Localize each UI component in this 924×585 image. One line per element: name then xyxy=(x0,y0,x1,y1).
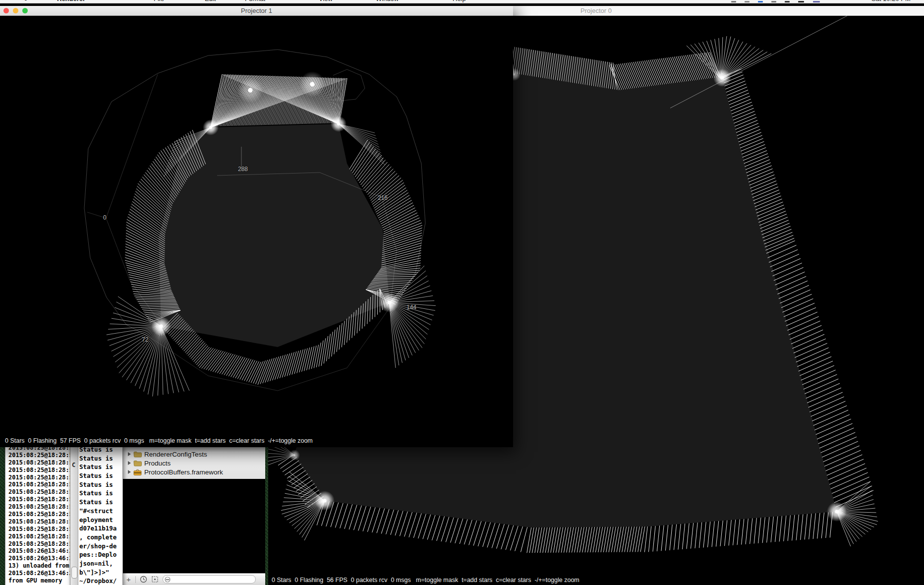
navigator-row[interactable]: Products xyxy=(122,459,265,468)
terminal-line: Status is xyxy=(79,463,122,472)
terminal-line: Status is xyxy=(79,481,122,490)
add-button[interactable]: + xyxy=(126,575,131,584)
terminal-line: 2015:08:25@18:28:5 xyxy=(8,481,76,488)
terminal-line: b\"]>]>" xyxy=(79,569,122,578)
terminal-line: 2015:08:25@18:28:5 xyxy=(8,496,76,503)
filter-field[interactable] xyxy=(163,575,256,584)
app-menu[interactable]: Renderer xyxy=(57,0,85,3)
navigator-item-label: ProtocolBuffers.framework xyxy=(144,468,223,476)
terminal-line: d07e11b19a xyxy=(79,525,122,533)
gutter-char: C xyxy=(72,462,75,468)
terminal-log-window[interactable]: 2015:08:25@18:28:52015:08:25@18:28:52015… xyxy=(5,443,76,585)
framework-toolbox-icon xyxy=(133,469,142,475)
terminal-line: , complete xyxy=(79,533,122,542)
folder-icon xyxy=(133,460,142,467)
terminal-line: Status is xyxy=(79,489,122,498)
terminal-line: from GPU memory xyxy=(8,577,76,585)
disclosure-triangle-icon[interactable] xyxy=(128,470,131,474)
vertex-angle-label: 72 xyxy=(142,336,148,343)
terminal-line: 2015:08:25@18:28:5 xyxy=(8,518,76,526)
terminal-line: 2015:08:25@18:28:5 xyxy=(8,511,76,518)
terminal-line: 2015:08:26@13:46:20( xyxy=(8,570,76,577)
terminal-status-window[interactable]: C Status isStatus isStatus isStatus isSt… xyxy=(70,444,123,585)
scrollbar-thumb[interactable] xyxy=(71,567,77,579)
status-icon[interactable] xyxy=(785,1,790,2)
menu-clock[interactable]: Sat 10:20 PM xyxy=(871,0,911,3)
terminal-line: 13) unloaded from GPU xyxy=(8,562,76,570)
disclosure-triangle-icon[interactable] xyxy=(128,461,131,465)
projector1-status: 0 Stars 0 Flashing 57 FPS 0 packets rcv … xyxy=(5,437,313,444)
menu-window[interactable]: Window xyxy=(376,0,399,3)
terminal-scroll-gutter[interactable]: C xyxy=(70,445,78,585)
menu-file[interactable]: File xyxy=(154,0,164,3)
terminal-line: json=nil, xyxy=(79,560,122,569)
terminal-line: 2015:08:25@18:28:5 xyxy=(8,467,76,474)
terminal-line: 2015:08:25@18:28:5 xyxy=(8,503,76,511)
terminal-line: 2015:08:26@13:46:20( xyxy=(8,547,76,555)
navigator-bottom-bar: + xyxy=(122,573,265,585)
vertex-angle-label: 216 xyxy=(378,194,388,201)
vertex-angle-label: 288 xyxy=(238,166,248,173)
status-icon[interactable] xyxy=(758,1,763,2)
filter-circle-icon xyxy=(165,577,171,583)
terminal-line: 2015:08:25@18:28:5 xyxy=(8,452,76,459)
terminal-line: Status is xyxy=(79,472,122,481)
projector1-window: 072144216288 Projector 1 0 Stars 0 Flash… xyxy=(0,6,513,447)
terminal-line: Status is xyxy=(79,498,122,507)
disclosure-triangle-icon[interactable] xyxy=(128,452,131,456)
apple-menu-icon[interactable]: ● xyxy=(24,0,28,3)
menu-bar[interactable]: ● Renderer File Edit Format View Window … xyxy=(0,0,924,3)
terminal-line: 2015:08:26@13:46:20( xyxy=(8,555,76,562)
menu-view[interactable]: View xyxy=(319,0,333,3)
vertex-labels: 072144216288 xyxy=(0,6,513,447)
status-icon[interactable] xyxy=(731,1,736,2)
terminal-line: pes::Deplo xyxy=(79,551,122,560)
folder-icon xyxy=(133,451,142,458)
divider xyxy=(135,576,136,583)
navigator-row[interactable]: ProtocolBuffers.framework xyxy=(122,468,265,476)
terminal-line: 2015:08:25@18:28:5 xyxy=(8,540,76,548)
terminal-line: ~/Dropbox/ xyxy=(79,577,122,585)
terminal-line: 2015:08:25@18:28:5 xyxy=(8,526,76,533)
navigator-row[interactable]: RendererConfigTests xyxy=(122,450,265,459)
menu-edit[interactable]: Edit xyxy=(205,0,216,3)
status-icon[interactable] xyxy=(813,1,820,2)
navigator-item-label: Products xyxy=(144,460,171,467)
project-navigator: RendererConfigTestsProductsProtocolBuffe… xyxy=(122,447,265,479)
menu-help[interactable]: Help xyxy=(453,0,466,3)
vertex-angle-label: 0 xyxy=(103,214,107,221)
terminal-line: 2015:08:25@18:28:5 xyxy=(8,474,76,481)
projector0-status: 0 Stars 0 Flashing 56 FPS 0 packets rcv … xyxy=(272,577,579,584)
terminal-line: 2015:08:25@18:28:5 xyxy=(8,488,76,496)
terminal-line: "#<struct xyxy=(79,507,122,516)
scm-box-icon[interactable] xyxy=(151,576,159,583)
navigator-item-label: RendererConfigTests xyxy=(144,451,207,458)
recent-clock-icon[interactable] xyxy=(140,576,147,583)
menu-format[interactable]: Format xyxy=(245,0,265,3)
terminal-line: 2015:08:25@18:28:5 xyxy=(8,533,76,540)
terminal-line: eployment xyxy=(79,516,122,525)
xcode-window: RendererConfigTestsProductsProtocolBuffe… xyxy=(122,447,265,585)
vertex-angle-label: 144 xyxy=(406,304,416,311)
status-icon[interactable] xyxy=(798,1,804,2)
terminal-line: Status is xyxy=(79,455,122,464)
status-icon[interactable] xyxy=(771,1,776,2)
status-icon[interactable] xyxy=(745,1,750,2)
terminal-line: er/shop-de xyxy=(79,542,122,551)
terminal-line: 2015:08:25@18:28:5 xyxy=(8,459,76,467)
